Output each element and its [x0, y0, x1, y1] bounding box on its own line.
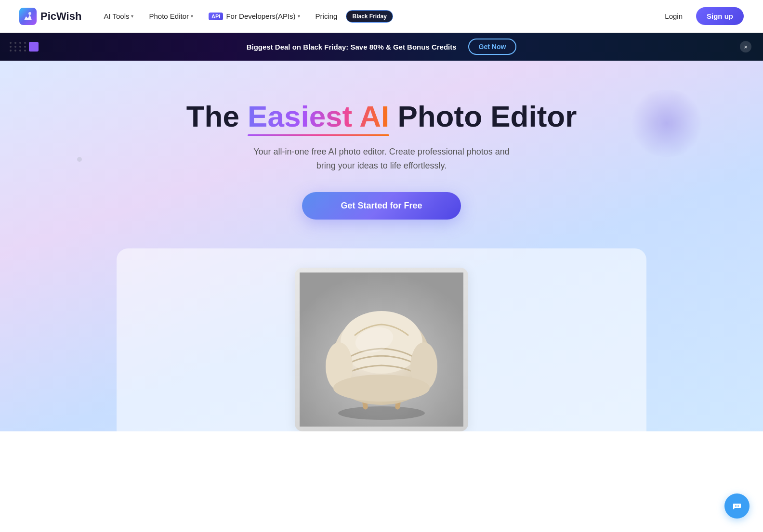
hero-title-part1: The [186, 100, 248, 133]
nav-black-friday-badge[interactable]: Black Friday [346, 10, 393, 23]
picwish-logo-icon [19, 8, 37, 25]
hero-section: The Easiest AI Photo Editor Your all-in-… [0, 61, 763, 431]
api-badge: API [209, 13, 223, 20]
banner-cta-button[interactable]: Get Now [468, 39, 517, 55]
demo-card [117, 248, 646, 431]
hero-title-gradient: Easiest AI [248, 99, 389, 133]
banner-cube-decoration [29, 42, 39, 52]
svg-point-1 [28, 12, 31, 15]
hero-subtitle: Your all-in-one free AI photo editor. Cr… [247, 145, 516, 173]
hero-dot-decoration [77, 157, 82, 162]
signup-button[interactable]: Sign up [696, 7, 744, 25]
nav-photo-editor[interactable]: Photo Editor ▾ [142, 8, 200, 24]
navbar: PicWish AI Tools ▾ Photo Editor ▾ API Fo… [0, 0, 763, 33]
banner-text: Biggest Deal on Black Friday: Save 80% &… [247, 43, 457, 51]
chair-illustration [300, 272, 463, 427]
logo[interactable]: PicWish [19, 8, 81, 25]
banner-close-button[interactable]: × [740, 41, 751, 52]
nav-pricing[interactable]: Pricing [309, 8, 344, 24]
chair-image [295, 268, 468, 431]
promo-banner: Biggest Deal on Black Friday: Save 80% &… [0, 33, 763, 61]
nav-ai-tools[interactable]: AI Tools ▾ [97, 8, 140, 24]
hero-blob-decoration [628, 90, 705, 157]
svg-point-3 [338, 406, 425, 420]
chevron-down-icon: ▾ [131, 13, 133, 19]
hero-title-part2: Photo Editor [389, 100, 577, 133]
brand-name: PicWish [40, 10, 81, 23]
hero-title: The Easiest AI Photo Editor [186, 99, 577, 133]
nav-for-developers[interactable]: API For Developers(APIs) ▾ [202, 8, 307, 24]
chevron-down-icon: ▾ [298, 13, 300, 19]
nav-links: AI Tools ▾ Photo Editor ▾ API For Develo… [97, 8, 657, 24]
get-started-button[interactable]: Get Started for Free [302, 192, 460, 220]
svg-rect-0 [19, 8, 37, 25]
chevron-down-icon: ▾ [191, 13, 193, 19]
nav-right: Login Sign up [657, 7, 744, 25]
login-button[interactable]: Login [657, 8, 690, 24]
svg-point-13 [333, 375, 430, 402]
